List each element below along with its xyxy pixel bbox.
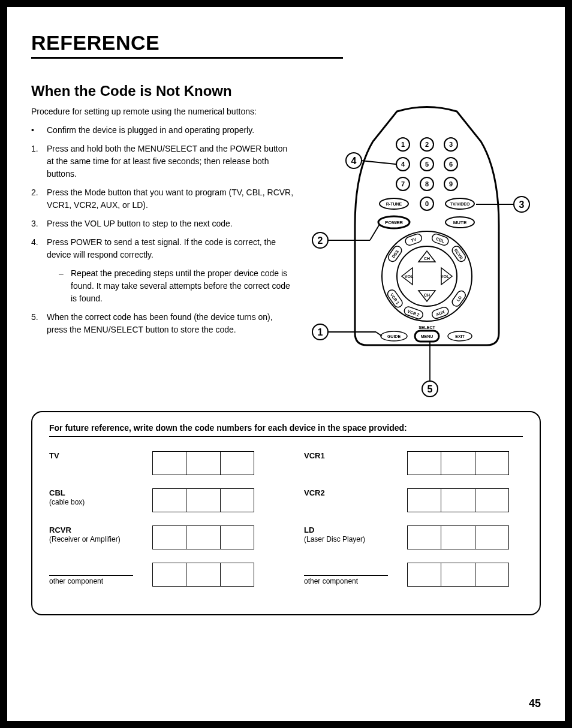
code-digit-cell[interactable]: [186, 452, 220, 475]
blank-line[interactable]: [49, 563, 133, 576]
svg-text:4: 4: [401, 161, 405, 168]
sub-item: – Repeat the preceding steps until the p…: [59, 267, 295, 305]
manual-page: REFERENCE When the Code is Not Known Pro…: [0, 0, 572, 728]
code-digit-cell[interactable]: [153, 452, 186, 475]
code-label: other component: [49, 563, 145, 585]
svg-text:3: 3: [519, 200, 525, 210]
svg-text:EXIT: EXIT: [455, 334, 465, 339]
svg-text:R-TUNE: R-TUNE: [386, 202, 402, 206]
code-label: RCVR(Receiver or Amplifier): [49, 525, 145, 543]
header-rule: [31, 57, 343, 59]
blank-line[interactable]: [304, 563, 388, 576]
svg-text:9: 9: [449, 180, 453, 188]
code-digit-cell[interactable]: [408, 452, 441, 475]
list-item: 4. Press POWER to send a test signal. If…: [31, 236, 295, 305]
code-input-boxes[interactable]: [407, 563, 509, 587]
code-digit-cell[interactable]: [408, 526, 441, 549]
svg-text:CH: CH: [424, 256, 430, 261]
svg-text:6: 6: [449, 161, 453, 168]
code-digit-cell[interactable]: [221, 526, 254, 549]
svg-text:2: 2: [425, 141, 429, 148]
code-digit-cell[interactable]: [186, 563, 220, 586]
svg-text:8: 8: [425, 180, 429, 188]
code-label-text: TV: [49, 451, 145, 460]
code-col-right: VCR1VCR2LD(Laser Disc Player)other compo…: [304, 451, 523, 600]
list-text: Press POWER to send a test signal. If th…: [47, 237, 276, 259]
code-input-boxes[interactable]: [152, 563, 254, 587]
code-digit-cell[interactable]: [186, 526, 220, 549]
code-col-left: TVCBL(cable box)RCVR(Receiver or Amplifi…: [49, 451, 268, 600]
code-digit-cell[interactable]: [475, 526, 508, 549]
code-input-boxes[interactable]: [152, 451, 254, 475]
code-row: LD(Laser Disc Player): [304, 525, 523, 549]
svg-text:GUIDE: GUIDE: [387, 334, 401, 339]
code-box-header: For future reference, write down the cod…: [49, 423, 523, 437]
code-label-text: RCVR: [49, 525, 145, 534]
code-label: LD(Laser Disc Player): [304, 525, 400, 543]
svg-text:2: 2: [318, 235, 323, 246]
code-input-boxes[interactable]: [407, 488, 509, 512]
svg-text:7: 7: [401, 180, 405, 188]
code-label: VCR1: [304, 451, 400, 460]
code-sublabel: other component: [304, 577, 400, 585]
svg-text:VOL: VOL: [405, 274, 414, 279]
code-input-boxes[interactable]: [407, 451, 509, 475]
svg-text:VOL: VOL: [441, 274, 450, 279]
svg-text:POWER: POWER: [385, 220, 403, 225]
code-digit-cell[interactable]: [441, 563, 475, 586]
instructions-column: Procedure for setting up remote using th…: [31, 105, 295, 393]
code-row: VCR2: [304, 488, 523, 512]
code-digit-cell[interactable]: [441, 489, 475, 512]
list-item: 1.Press and hold both the MENU/SELECT an…: [31, 143, 295, 180]
code-digit-cell[interactable]: [408, 489, 441, 512]
code-sublabel: other component: [49, 577, 145, 585]
code-label-text: VCR1: [304, 451, 400, 460]
svg-text:MENU: MENU: [421, 334, 433, 339]
svg-text:1: 1: [401, 141, 405, 148]
code-digit-cell[interactable]: [475, 563, 508, 586]
code-label: other component: [304, 563, 400, 585]
code-sublabel: (Laser Disc Player): [304, 535, 365, 543]
svg-text:5: 5: [425, 161, 429, 168]
svg-text:CH: CH: [424, 293, 430, 297]
sub-text: Repeat the preceding steps until the pro…: [71, 267, 295, 305]
code-digit-cell[interactable]: [221, 563, 254, 586]
code-row: CBL(cable box): [49, 488, 268, 512]
code-label-text: LD: [304, 525, 400, 534]
page-number: 45: [529, 697, 541, 710]
svg-text:1: 1: [318, 327, 323, 337]
list-item: 5.When the correct code has been found (…: [31, 311, 295, 336]
content-row: Procedure for setting up remote using th…: [31, 105, 541, 393]
code-label: TV: [49, 451, 145, 460]
code-grid: TVCBL(cable box)RCVR(Receiver or Amplifi…: [49, 451, 523, 600]
svg-text:TV/VIDEO: TV/VIDEO: [450, 202, 470, 206]
code-digit-cell[interactable]: [153, 526, 186, 549]
code-digit-cell[interactable]: [475, 452, 508, 475]
svg-text:SELECT: SELECT: [419, 325, 435, 330]
code-label-text: VCR2: [304, 488, 400, 497]
code-reference-box: For future reference, write down the cod…: [31, 411, 541, 615]
code-digit-cell[interactable]: [475, 489, 508, 512]
code-digit-cell[interactable]: [221, 452, 254, 475]
code-digit-cell[interactable]: [408, 563, 441, 586]
code-digit-cell[interactable]: [221, 489, 254, 512]
code-sublabel: (Receiver or Amplifier): [49, 535, 121, 543]
code-digit-cell[interactable]: [153, 563, 186, 586]
code-digit-cell[interactable]: [186, 489, 220, 512]
svg-text:5: 5: [428, 384, 433, 394]
list-item: •Confirm the device is plugged in and op…: [31, 124, 295, 137]
code-row: other component: [49, 563, 268, 587]
code-row: TV: [49, 451, 268, 475]
code-input-boxes[interactable]: [152, 525, 254, 549]
instruction-list: •Confirm the device is plugged in and op…: [31, 124, 295, 336]
code-input-boxes[interactable]: [152, 488, 254, 512]
code-input-boxes[interactable]: [407, 525, 509, 549]
code-digit-cell[interactable]: [441, 526, 475, 549]
intro-text: Procedure for setting up remote using th…: [31, 105, 295, 118]
page-title: REFERENCE: [31, 31, 541, 55]
svg-text:0: 0: [425, 200, 429, 207]
remote-diagram: 1 2 3 4 5 6 7 8 9 0 R-TUNE TV/VIDEO POWE…: [307, 105, 541, 393]
code-digit-cell[interactable]: [153, 489, 186, 512]
code-label-text: CBL: [49, 488, 145, 497]
code-digit-cell[interactable]: [441, 452, 475, 475]
